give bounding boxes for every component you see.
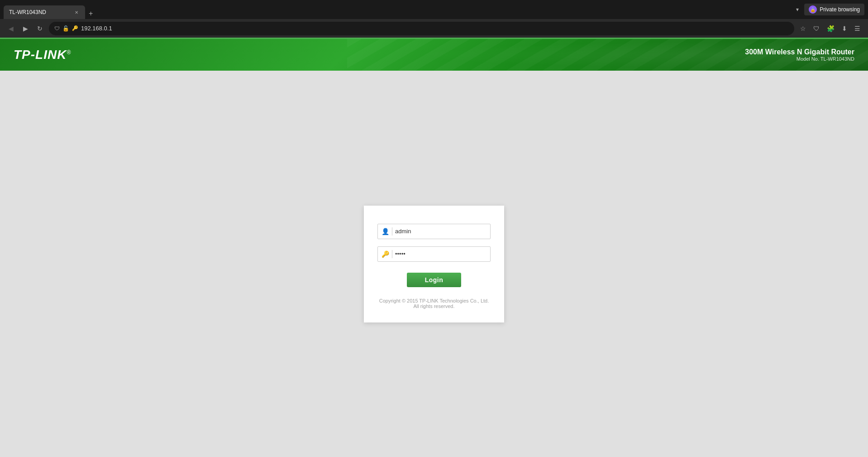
tplink-logo: TP-LINK® <box>14 48 71 62</box>
product-info: 300M Wireless N Gigabit Router Model No.… <box>745 48 854 62</box>
tab-title: TL-WR1043ND <box>9 9 46 15</box>
titlebar-right: ▾ 🔒 Private browsing <box>794 4 864 15</box>
field-divider <box>392 227 392 236</box>
lock-icon: 🔓 <box>62 25 69 32</box>
tab-close-button[interactable]: ✕ <box>73 9 80 15</box>
model-number: Model No. TL-WR1043ND <box>745 56 854 62</box>
browser-navbar: ◀ ▶ ↻ 🛡 🔓 🔑 192.168.0.1 ☆ 🛡 🧩 ⬇ ☰ <box>0 19 868 39</box>
product-name: 300M Wireless N Gigabit Router <box>745 48 854 56</box>
login-button[interactable]: Login <box>407 273 461 287</box>
tab-area: TL-WR1043ND ✕ + <box>4 0 792 19</box>
private-browsing-icon: 🔒 <box>809 5 817 14</box>
active-tab[interactable]: TL-WR1043ND ✕ <box>4 5 85 19</box>
address-text: 192.168.0.1 <box>81 25 789 32</box>
field-divider-2 <box>392 250 392 258</box>
new-tab-button[interactable]: + <box>85 8 96 19</box>
extensions-button[interactable]: 🧩 <box>825 23 837 34</box>
browser-titlebar: TL-WR1043ND ✕ + ▾ 🔒 Private browsing <box>0 0 868 19</box>
key-field-icon: 🔑 <box>382 250 389 258</box>
username-field-group: 👤 <box>377 224 491 239</box>
address-bar[interactable]: 🛡 🔓 🔑 192.168.0.1 <box>49 22 794 35</box>
navbar-right: ☆ 🛡 🧩 ⬇ ☰ <box>798 23 863 34</box>
menu-button[interactable]: ☰ <box>852 23 863 34</box>
login-card: 👤 🔑 Login Copyright © 2015 TP-LINK Techn… <box>364 206 504 322</box>
tplink-header: TP-LINK® 300M Wireless N Gigabit Router … <box>0 39 868 71</box>
page-content: 👤 🔑 Login Copyright © 2015 TP-LINK Techn… <box>0 71 868 457</box>
shield-icon: 🛡 <box>54 25 60 32</box>
key-icon: 🔑 <box>72 25 78 31</box>
forward-button[interactable]: ▶ <box>20 23 31 34</box>
username-input[interactable] <box>395 228 486 235</box>
private-browsing-badge: 🔒 Private browsing <box>804 4 864 15</box>
download-button[interactable]: ⬇ <box>839 23 849 34</box>
tabs-dropdown-button[interactable]: ▾ <box>794 5 801 14</box>
private-browsing-label: Private browsing <box>820 6 860 13</box>
back-button[interactable]: ◀ <box>5 23 16 34</box>
password-field-group: 🔑 <box>377 246 491 262</box>
copyright-text: Copyright © 2015 TP-LINK Technologies Co… <box>377 298 491 309</box>
password-input[interactable] <box>395 250 486 257</box>
bookmark-button[interactable]: ☆ <box>798 23 808 34</box>
reload-button[interactable]: ↻ <box>34 23 45 34</box>
shield-button[interactable]: 🛡 <box>811 23 822 34</box>
user-icon: 👤 <box>382 228 389 235</box>
